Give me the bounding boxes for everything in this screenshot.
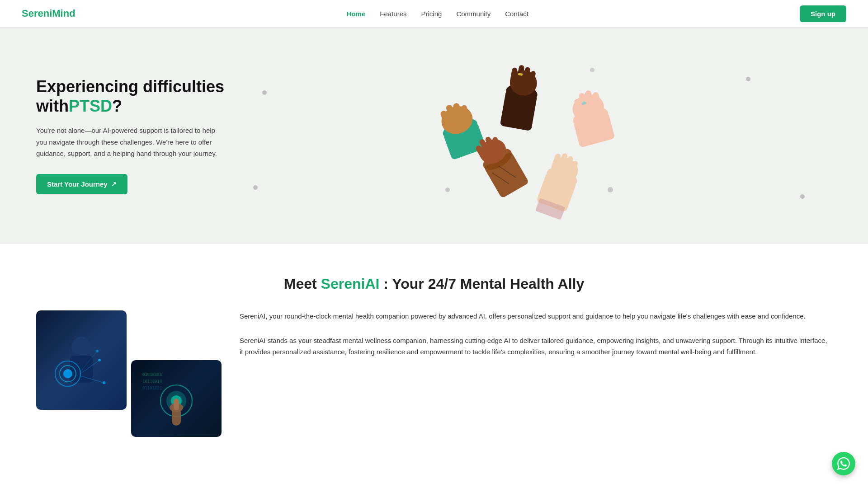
start-journey-label: Start Your Journey — [47, 180, 108, 188]
external-link-icon: ↗ — [111, 180, 117, 188]
svg-point-4 — [590, 68, 594, 72]
nav-pricing[interactable]: Pricing — [421, 10, 442, 18]
svg-point-3 — [445, 188, 450, 192]
hero-title-ptsd: PTSD — [69, 97, 112, 115]
svg-rect-65 — [174, 399, 179, 410]
svg-text:01101001: 01101001 — [142, 386, 162, 390]
hero-title: Experiencing difficulties withPTSD? — [36, 77, 226, 116]
meet-desc-1: SereniAI, your round-the-clock mental he… — [240, 310, 832, 322]
meet-section-title: Meet SereniAI : Your 24/7 Mental Health … — [36, 276, 832, 292]
hero-title-with: with — [36, 97, 69, 115]
dot-1 — [262, 90, 267, 95]
nav-links: Home Features Pricing Community Contact — [347, 10, 528, 18]
hero-title-line1: Experiencing difficulties — [36, 77, 224, 96]
meet-text-area: SereniAI, your round-the-clock mental he… — [240, 310, 832, 358]
dot-2 — [746, 77, 750, 81]
nav-community[interactable]: Community — [456, 10, 491, 18]
meet-images: 01010101 10110010 01101001 — [36, 310, 222, 437]
hero-section: Experiencing difficulties withPTSD? You'… — [0, 27, 868, 244]
meet-desc-2: SereniAI stands as your steadfast mental… — [240, 335, 832, 358]
digital-ai-image: 01010101 10110010 01101001 — [131, 360, 222, 437]
hero-title-line2: withPTSD? — [36, 97, 122, 115]
hero-image-area — [226, 54, 832, 217]
nav-features[interactable]: Features — [380, 10, 406, 18]
svg-point-55 — [103, 381, 105, 384]
svg-point-56 — [96, 350, 99, 352]
nav-contact[interactable]: Contact — [505, 10, 528, 18]
hero-text: Experiencing difficulties withPTSD? You'… — [36, 77, 226, 194]
nav-home[interactable]: Home — [347, 10, 366, 18]
meet-section: Meet SereniAI : Your 24/7 Mental Health … — [0, 244, 868, 455]
svg-point-46 — [71, 337, 91, 357]
logo[interactable]: SereniMind — [22, 8, 75, 19]
svg-point-2 — [608, 187, 613, 192]
hero-description: You're not alone—our AI-powered support … — [36, 125, 226, 160]
ai-doctor-image — [36, 310, 127, 410]
svg-point-54 — [98, 359, 101, 361]
meet-title-accent: SereniAI — [321, 276, 380, 292]
hero-title-question: ? — [112, 97, 122, 115]
signup-button[interactable]: Sign up — [800, 5, 846, 22]
svg-point-50 — [63, 369, 72, 378]
meet-title-before: Meet — [284, 276, 321, 292]
svg-text:01010101: 01010101 — [142, 372, 162, 377]
meet-content: 01010101 10110010 01101001 SereniAI, you… — [36, 310, 832, 437]
svg-text:10110010: 10110010 — [142, 379, 162, 384]
hands-illustration — [420, 54, 637, 217]
meet-title-after: : Your 24/7 Mental Health Ally — [379, 276, 584, 292]
dot-4 — [800, 194, 805, 199]
navbar: SereniMind Home Features Pricing Communi… — [0, 0, 868, 27]
dot-3 — [253, 185, 258, 190]
start-journey-button[interactable]: Start Your Journey ↗ — [36, 174, 127, 194]
